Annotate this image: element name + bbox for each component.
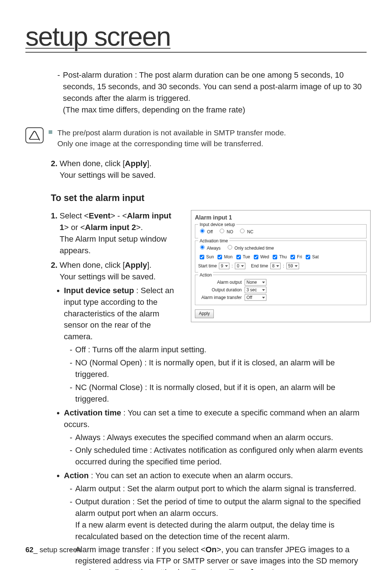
radio-scheduled[interactable]: Only scheduled time — [226, 244, 274, 251]
start-hour[interactable]: 9 — [219, 263, 229, 269]
radio-always[interactable]: Always — [198, 244, 221, 251]
note-block: The pre/post alarm duration is not avail… — [25, 127, 367, 149]
day-thu[interactable]: Thu — [271, 254, 287, 261]
day-sun[interactable]: Sun — [198, 254, 214, 261]
page: setup screen -Post-alarm duration : The … — [0, 0, 392, 570]
time-row: Start time 9 : 0 End time 8 : 59 — [198, 263, 363, 269]
apply-button[interactable]: Apply — [195, 309, 214, 318]
radio-off[interactable]: Off — [198, 227, 213, 235]
two-col: 1. Select <Event> - <Alarm input 1> or <… — [51, 210, 367, 343]
fieldset-input-device: Input device setup Off NO NC — [195, 224, 367, 238]
sel-alarm-output[interactable]: None — [245, 279, 266, 286]
step-1: 1. Select <Event> - <Alarm input 1> or <… — [51, 210, 181, 257]
post-alarm-text: Post-alarm duration : The post alarm dur… — [63, 69, 367, 116]
radio-nc[interactable]: NC — [238, 227, 253, 235]
panel-title: Alarm input 1 — [195, 213, 367, 222]
alarm-panel: Alarm input 1 Input device setup Off NO … — [191, 210, 371, 322]
start-min[interactable]: 0 — [235, 263, 245, 269]
step-2b: 2. When done, click [Apply]. Your settin… — [51, 259, 181, 283]
note-icon — [25, 127, 44, 143]
fieldset-action: Action Alarm outputNone Output duration3… — [195, 275, 367, 305]
bullet-activation-time: Activation time : You can set a time to … — [51, 407, 367, 430]
fieldset-activation-time: Activation time Always Only scheduled ti… — [195, 241, 367, 272]
day-sat[interactable]: Sat — [304, 254, 319, 261]
note-text: The pre/post alarm duration is not avail… — [57, 127, 286, 149]
footer: 62_ setup screen — [25, 546, 81, 554]
page-title: setup screen — [25, 21, 171, 52]
day-wed[interactable]: Wed — [252, 254, 269, 261]
dash-list-activation: -Always : Always executes the specified … — [51, 432, 367, 468]
section-heading: To set the alarm input — [51, 191, 367, 204]
sel-image-transfer[interactable]: Off — [245, 294, 266, 301]
end-hour[interactable]: 8 — [270, 263, 281, 269]
dash-list-action: -Alarm output : Set the alarm output por… — [51, 483, 367, 570]
post-alarm-block: -Post-alarm duration : The post alarm du… — [51, 69, 367, 116]
day-tue[interactable]: Tue — [235, 254, 250, 261]
step-2a: 2. When done, click [Apply]. Your settin… — [51, 158, 367, 181]
note-bullet-icon — [49, 130, 52, 134]
title-row: setup screen — [25, 21, 367, 53]
bullet-action: Action : You can set an action to execut… — [51, 470, 367, 481]
dash-list-input-device: -Off : Turns off the alarm input setting… — [51, 344, 367, 405]
bullet-input-device: Input device setup : Select an input typ… — [51, 285, 181, 343]
content: -Post-alarm duration : The post alarm du… — [25, 69, 367, 570]
end-min[interactable]: 59 — [286, 263, 299, 269]
day-row: Sun Mon Tue Wed Thu Fri Sat — [198, 254, 363, 261]
day-mon[interactable]: Mon — [216, 254, 232, 261]
day-fri[interactable]: Fri — [289, 254, 302, 261]
radio-no[interactable]: NO — [218, 227, 233, 235]
sel-output-duration[interactable]: 3 sec — [245, 287, 266, 293]
